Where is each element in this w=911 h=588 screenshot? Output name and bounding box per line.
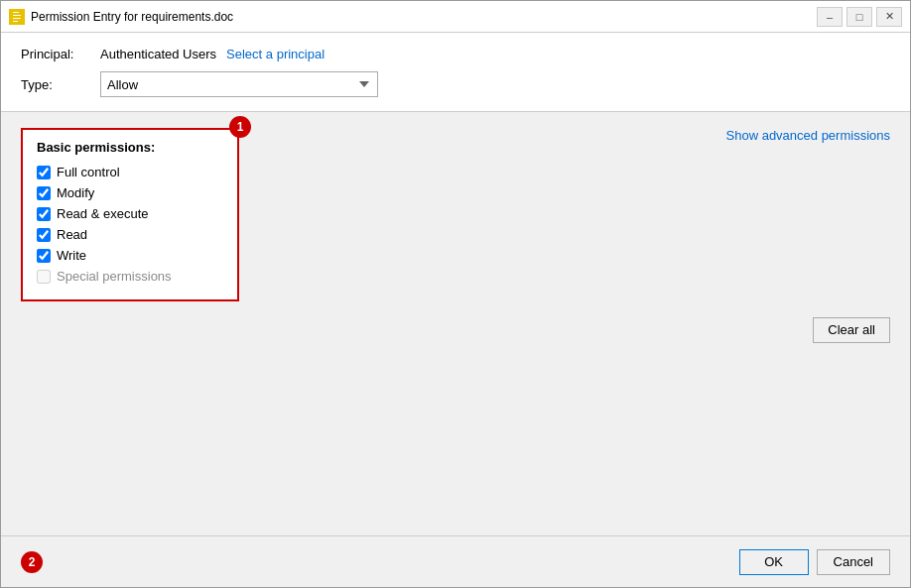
- title-bar: Permission Entry for requirements.doc – …: [1, 1, 910, 33]
- basic-permissions-title: Basic permissions:: [37, 140, 223, 155]
- permission-write: Write: [37, 248, 223, 263]
- checkbox-read[interactable]: [37, 228, 51, 242]
- permissions-row: Basic permissions: Full control Modify R…: [21, 128, 890, 305]
- checkbox-modify[interactable]: [37, 186, 51, 200]
- dialog-window: Permission Entry for requirements.doc – …: [0, 0, 911, 588]
- clear-all-row: Clear all: [21, 317, 890, 343]
- type-label: Type:: [21, 77, 100, 92]
- permission-read-label: Read: [57, 227, 87, 242]
- badge-1: 1: [229, 116, 251, 138]
- clear-all-button[interactable]: Clear all: [813, 317, 890, 343]
- permission-write-label: Write: [57, 248, 86, 263]
- window-title: Permission Entry for requirements.doc: [31, 10, 817, 24]
- cancel-button[interactable]: Cancel: [817, 549, 890, 575]
- main-section: Basic permissions: Full control Modify R…: [1, 112, 910, 535]
- badge-2: 2: [21, 551, 43, 573]
- content-area: Principal: Authenticated Users Select a …: [1, 33, 910, 535]
- permission-modify-label: Modify: [57, 185, 94, 200]
- bottom-bar: 2 OK Cancel: [1, 535, 910, 587]
- minimize-button[interactable]: –: [817, 7, 843, 27]
- top-section: Principal: Authenticated Users Select a …: [1, 33, 910, 112]
- ok-button[interactable]: OK: [739, 549, 809, 575]
- permission-read: Read: [37, 227, 223, 242]
- principal-value: Authenticated Users: [100, 47, 216, 61]
- permission-read-execute-label: Read & execute: [57, 206, 149, 221]
- svg-rect-3: [13, 18, 21, 19]
- type-row: Type: Allow Deny: [21, 71, 890, 97]
- select-principal-link[interactable]: Select a principal: [226, 47, 325, 61]
- principal-label: Principal:: [21, 47, 100, 61]
- permission-read-execute: Read & execute: [37, 206, 223, 221]
- permission-special: Special permissions: [37, 269, 223, 284]
- checkbox-read-execute[interactable]: [37, 207, 51, 221]
- checkbox-full-control[interactable]: [37, 166, 51, 179]
- permission-special-label: Special permissions: [57, 269, 172, 284]
- checkbox-write[interactable]: [37, 249, 51, 263]
- svg-rect-4: [13, 21, 18, 22]
- svg-rect-2: [13, 15, 21, 16]
- svg-rect-1: [13, 12, 19, 13]
- principal-row: Principal: Authenticated Users Select a …: [21, 47, 890, 61]
- checkbox-special: [37, 270, 51, 284]
- basic-permissions-box: Basic permissions: Full control Modify R…: [21, 128, 239, 301]
- close-button[interactable]: ✕: [876, 7, 902, 27]
- type-select[interactable]: Allow Deny: [100, 71, 378, 97]
- permission-modify: Modify: [37, 185, 223, 200]
- window-icon: [9, 9, 25, 25]
- permission-full-control-label: Full control: [57, 165, 120, 179]
- show-advanced-link[interactable]: Show advanced permissions: [726, 128, 890, 143]
- window-controls: – □ ✕: [817, 7, 902, 27]
- permission-full-control: Full control: [37, 165, 223, 179]
- maximize-button[interactable]: □: [846, 7, 872, 27]
